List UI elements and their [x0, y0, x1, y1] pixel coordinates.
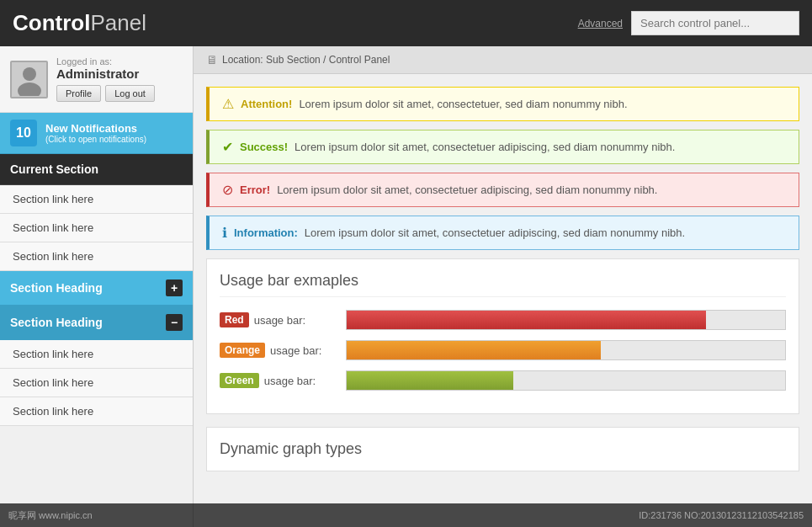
usage-track-orange [346, 340, 786, 360]
usage-row-red: Red usage bar: [220, 310, 786, 330]
usage-fill-red [347, 311, 706, 329]
usage-label-green: Green usage bar: [220, 373, 337, 388]
advanced-link[interactable]: Advanced [578, 18, 623, 29]
notification-title: New Notifications [45, 122, 146, 135]
user-info: Logged in as: Administrator Profile Log … [56, 56, 183, 102]
warning-icon: ⚠ [222, 96, 234, 112]
svg-point-0 [23, 67, 36, 81]
usage-label-orange: Orange usage bar: [220, 343, 337, 358]
info-icon: ℹ [222, 225, 227, 241]
sidebar-link-3[interactable]: Section link here [0, 242, 193, 271]
footer-right: ID:231736 NO:20130123112103542185 [639, 510, 804, 520]
alert-warning: ⚠ Attention! Lorem ipsum dolor sit amet,… [206, 87, 799, 121]
sidebar-sub-link-3[interactable]: Section link here [0, 397, 193, 426]
sidebar-link-1[interactable]: Section link here [0, 185, 193, 214]
warning-label: Attention! [241, 98, 292, 110]
section-heading-1-label: Section Heading [10, 281, 103, 295]
usage-title: Usage bar exmaples [220, 272, 786, 297]
breadcrumb: 🖥 Location: Sub Section / Control Panel [194, 46, 812, 74]
error-text: Lorem ipsum dolor sit amet, consectetuer… [277, 184, 657, 196]
error-icon: ⊘ [222, 182, 233, 198]
badge-red: Red [220, 312, 249, 327]
badge-orange: Orange [220, 343, 265, 358]
error-label: Error! [240, 184, 270, 196]
content-area: ⚠ Attention! Lorem ipsum dolor sit amet,… [194, 74, 812, 484]
dynamic-title: Dynamic graph types [220, 440, 786, 458]
success-text: Lorem ipsum dolor sit amet, consectetuer… [295, 141, 675, 153]
breadcrumb-icon: 🖥 [206, 53, 218, 67]
section-heading-2[interactable]: Section Heading − [0, 306, 193, 340]
sidebar-sub-link-2[interactable]: Section link here [0, 369, 193, 397]
usage-text-red: usage bar: [254, 314, 305, 327]
logo: ControlPanel [13, 10, 146, 36]
info-text: Lorem ipsum dolor sit amet, consectetuer… [305, 226, 685, 239]
header: ControlPanel Advanced [0, 0, 812, 46]
usage-section: Usage bar exmaples Red usage bar: Orange… [206, 258, 799, 414]
logo-normal: Panel [90, 10, 146, 35]
notifications-panel[interactable]: 10 New Notifications (Click to open noti… [0, 113, 193, 154]
section-heading-2-toggle[interactable]: − [166, 314, 183, 331]
notification-text: New Notifications (Click to open notific… [45, 122, 146, 144]
footer-left: 昵享网 www.nipic.cn [8, 509, 93, 522]
usage-row-orange: Orange usage bar: [220, 340, 786, 360]
usage-fill-green [347, 371, 513, 390]
search-input[interactable] [631, 11, 799, 35]
alert-error: ⊘ Error! Lorem ipsum dolor sit amet, con… [206, 173, 799, 207]
section-heading-2-label: Section Heading [10, 316, 103, 329]
usage-track-red [346, 310, 786, 330]
usage-label-red: Red usage bar: [220, 312, 337, 327]
header-right: Advanced [578, 11, 799, 35]
section-heading-1-toggle[interactable]: + [166, 279, 183, 296]
usage-fill-orange [347, 341, 601, 359]
svg-point-1 [18, 83, 41, 96]
usage-track-green [346, 370, 786, 391]
avatar [10, 61, 48, 98]
user-buttons: Profile Log out [56, 85, 183, 102]
user-panel: Logged in as: Administrator Profile Log … [0, 46, 193, 113]
footer: 昵享网 www.nipic.cn ID:231736 NO:2013012311… [0, 503, 812, 527]
success-icon: ✔ [222, 139, 233, 155]
logout-button[interactable]: Log out [105, 85, 155, 102]
usage-text-orange: usage bar: [270, 344, 321, 357]
sidebar-sub-link-1[interactable]: Section link here [0, 340, 193, 369]
main-content: 🖥 Location: Sub Section / Control Panel … [194, 46, 812, 527]
username: Administrator [56, 67, 183, 81]
badge-green: Green [220, 373, 259, 388]
dynamic-section: Dynamic graph types [206, 427, 799, 471]
breadcrumb-text: Location: Sub Section / Control Panel [222, 54, 390, 66]
usage-text-green: usage bar: [264, 375, 316, 387]
layout: Logged in as: Administrator Profile Log … [0, 46, 812, 527]
notification-badge: 10 [10, 120, 37, 146]
alert-info: ℹ Information: Lorem ipsum dolor sit ame… [206, 216, 799, 250]
profile-button[interactable]: Profile [56, 85, 101, 102]
alert-success: ✔ Success! Lorem ipsum dolor sit amet, c… [206, 130, 799, 164]
section-heading-1[interactable]: Section Heading + [0, 271, 193, 306]
info-label: Information: [234, 226, 298, 239]
logo-bold: Control [13, 10, 90, 35]
success-label: Success! [240, 141, 288, 153]
notification-subtitle: (Click to open notifications) [45, 135, 146, 144]
logged-in-label: Logged in as: [56, 56, 183, 67]
warning-text: Lorem ipsum dolor sit amet, consectetuer… [299, 98, 627, 110]
usage-row-green: Green usage bar: [220, 370, 786, 391]
sidebar-link-2[interactable]: Section link here [0, 214, 193, 242]
sidebar: Logged in as: Administrator Profile Log … [0, 46, 194, 527]
current-section-heading: Current Section [0, 154, 193, 185]
